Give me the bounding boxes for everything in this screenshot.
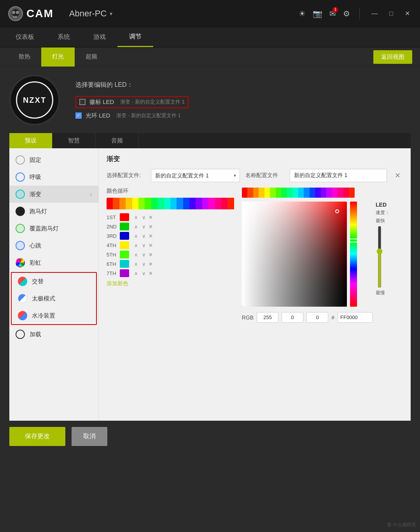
color-delete-icon[interactable]: ✕ bbox=[149, 224, 153, 230]
color-down-icon[interactable]: ∨ bbox=[141, 242, 147, 248]
color-strip-cell[interactable] bbox=[183, 198, 189, 209]
hue-strip-cell[interactable] bbox=[315, 188, 321, 198]
color-swatch[interactable] bbox=[120, 241, 129, 249]
hue-strip-cell[interactable] bbox=[242, 188, 248, 198]
color-strip-cell[interactable] bbox=[158, 198, 164, 209]
color-strip-cell[interactable] bbox=[202, 198, 208, 209]
close-button[interactable]: ✕ bbox=[402, 8, 412, 19]
preset-tab-preset[interactable]: 预设 bbox=[9, 133, 52, 148]
color-down-icon[interactable]: ∨ bbox=[141, 261, 147, 267]
nav-item-games[interactable]: 游戏 bbox=[82, 27, 117, 47]
logo-led-row[interactable]: 徽标 LED 渐变 - 新的自定义配置文件 1 bbox=[75, 96, 189, 108]
color-strip-cell[interactable] bbox=[208, 198, 215, 209]
config-close-button[interactable]: ✕ bbox=[392, 171, 403, 180]
color-delete-icon[interactable]: ✕ bbox=[149, 233, 153, 239]
color-delete-icon[interactable]: ✕ bbox=[149, 252, 153, 258]
subtab-lighting[interactable]: 灯光 bbox=[41, 47, 75, 67]
hue-bar[interactable] bbox=[350, 202, 357, 307]
nav-item-dashboard[interactable]: 仪表板 bbox=[4, 27, 46, 47]
color-down-icon[interactable]: ∨ bbox=[141, 233, 147, 239]
color-down-icon[interactable]: ∨ bbox=[141, 224, 147, 230]
color-strip-cell[interactable] bbox=[126, 198, 132, 209]
subtab-overclock[interactable]: 超频 bbox=[75, 47, 108, 67]
color-delete-icon[interactable]: ✕ bbox=[149, 261, 153, 267]
color-strip-cell[interactable] bbox=[119, 198, 126, 209]
cancel-button[interactable]: 取消 bbox=[72, 427, 107, 446]
minimize-button[interactable]: — bbox=[369, 9, 380, 19]
color-up-icon[interactable]: ∧ bbox=[133, 242, 139, 248]
camera-icon[interactable]: 📷 bbox=[313, 9, 322, 18]
color-up-icon[interactable]: ∧ bbox=[133, 252, 139, 258]
hue-strip-cell[interactable] bbox=[287, 188, 293, 198]
hue-strip-cell[interactable] bbox=[247, 188, 253, 198]
color-swatch[interactable] bbox=[120, 260, 129, 268]
halo-led-row[interactable]: 光环 LED 渐变 - 新的自定义配置文件 1 bbox=[75, 112, 189, 119]
brightness-icon[interactable]: ☀ bbox=[299, 9, 306, 18]
add-color-button[interactable]: 添加新色 bbox=[107, 280, 234, 287]
color-up-icon[interactable]: ∧ bbox=[133, 261, 139, 267]
nav-item-system[interactable]: 系统 bbox=[46, 27, 82, 47]
color-strip-cell[interactable] bbox=[215, 198, 221, 209]
nav-item-adjust[interactable]: 调节 bbox=[117, 27, 153, 47]
color-swatch[interactable] bbox=[120, 223, 129, 230]
halo-led-checkbox[interactable] bbox=[75, 112, 82, 119]
preset-tab-smart[interactable]: 智慧 bbox=[52, 133, 96, 148]
hue-strip-cell[interactable] bbox=[264, 188, 270, 198]
color-swatch[interactable] bbox=[120, 251, 129, 258]
hue-strip-cell[interactable] bbox=[349, 188, 355, 198]
effect-taichi[interactable]: 太极模式 bbox=[12, 290, 96, 307]
effect-load[interactable]: 加载 bbox=[9, 326, 98, 343]
mail-icon[interactable]: ✉ 1 bbox=[329, 9, 336, 18]
color-strip-cell[interactable] bbox=[228, 198, 234, 209]
hue-strip-cell[interactable] bbox=[343, 188, 349, 198]
hue-strip-cell[interactable] bbox=[276, 188, 282, 198]
color-strip-cell[interactable] bbox=[151, 198, 158, 209]
color-strip-cell[interactable] bbox=[145, 198, 151, 209]
color-strip-cell[interactable] bbox=[177, 198, 183, 209]
effect-heartbeat[interactable]: 心跳 bbox=[9, 237, 98, 254]
color-up-icon[interactable]: ∧ bbox=[133, 214, 139, 220]
color-gradient-canvas[interactable] bbox=[242, 202, 347, 307]
hue-strip-cell[interactable] bbox=[270, 188, 276, 198]
color-strip-cell[interactable] bbox=[138, 198, 145, 209]
hue-strip-cell[interactable] bbox=[298, 188, 304, 198]
config-profile-select[interactable]: 新的自定义配置文件 1 bbox=[151, 169, 240, 182]
color-down-icon[interactable]: ∨ bbox=[141, 252, 147, 258]
dropdown-arrow-icon[interactable]: ▾ bbox=[110, 11, 112, 17]
color-up-icon[interactable]: ∧ bbox=[133, 270, 139, 276]
hue-strip-cell[interactable] bbox=[292, 188, 298, 198]
color-strip-cell[interactable] bbox=[132, 198, 138, 209]
color-up-icon[interactable]: ∧ bbox=[133, 233, 139, 239]
hue-strip-cell[interactable] bbox=[338, 188, 343, 198]
return-view-button[interactable]: 返回视图 bbox=[373, 50, 412, 64]
color-swatch[interactable] bbox=[120, 213, 129, 221]
color-swatch[interactable] bbox=[120, 269, 129, 277]
effect-fixed[interactable]: 固定 bbox=[9, 151, 98, 169]
color-strip-cell[interactable] bbox=[221, 198, 228, 209]
hex-input[interactable] bbox=[338, 312, 373, 323]
color-strip-cell[interactable] bbox=[107, 198, 113, 209]
effect-alternating[interactable]: 交替 bbox=[12, 273, 96, 290]
rgb-r-input[interactable] bbox=[257, 312, 278, 323]
logo-led-checkbox[interactable] bbox=[79, 99, 86, 105]
effect-gradient[interactable]: 渐变 › bbox=[9, 186, 98, 203]
effect-rainbow[interactable]: 彩虹 bbox=[9, 254, 98, 271]
color-delete-icon[interactable]: ✕ bbox=[149, 214, 153, 220]
color-down-icon[interactable]: ∨ bbox=[141, 270, 147, 276]
hue-strip-cell[interactable] bbox=[321, 188, 327, 198]
config-name-input[interactable] bbox=[290, 169, 387, 182]
effect-breathing[interactable]: 呼吸 bbox=[9, 169, 98, 186]
color-down-icon[interactable]: ∨ bbox=[141, 214, 147, 220]
color-strip-cell[interactable] bbox=[189, 198, 196, 209]
effect-watercooler[interactable]: 水冷装置 bbox=[12, 307, 96, 324]
restore-button[interactable]: □ bbox=[387, 9, 396, 19]
rgb-g-input[interactable] bbox=[282, 312, 303, 323]
color-up-icon[interactable]: ∧ bbox=[133, 224, 139, 230]
color-strip-cell[interactable] bbox=[196, 198, 202, 209]
color-strip-cell[interactable] bbox=[170, 198, 177, 209]
hue-strip-cell[interactable] bbox=[281, 188, 287, 198]
color-swatch[interactable] bbox=[120, 232, 129, 240]
settings-icon[interactable]: ⚙ bbox=[343, 9, 350, 18]
hue-strip-cell[interactable] bbox=[332, 188, 338, 198]
rgb-b-input[interactable] bbox=[306, 312, 328, 323]
